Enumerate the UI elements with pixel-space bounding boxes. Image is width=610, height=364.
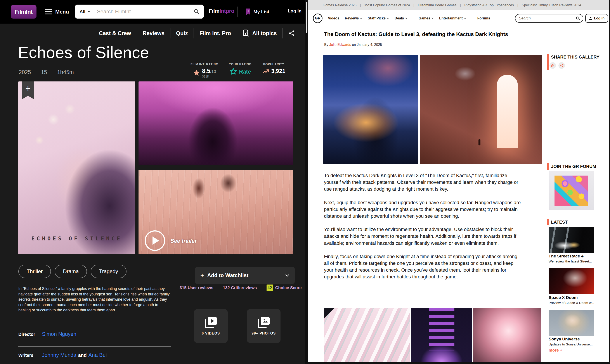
byline-date: on January 4, 2025 xyxy=(352,43,382,47)
still-image-alley[interactable] xyxy=(139,81,293,165)
window-right-edge xyxy=(609,0,610,364)
tab-reviews[interactable]: Reviews xyxy=(137,30,170,37)
menu-button[interactable]: Menu xyxy=(45,6,69,17)
ticker-link[interactable]: Most Popular Games of 2024 xyxy=(357,3,410,7)
gr-search-bar xyxy=(515,14,583,23)
see-trailer-label[interactable]: See trailer xyxy=(171,238,197,244)
movie-certificate[interactable]: 15 xyxy=(41,69,47,75)
nav-games-label: Games xyxy=(419,16,430,20)
my-list-button[interactable]: My List xyxy=(246,7,269,17)
ticker-link[interactable]: Dreamium Board Games xyxy=(410,3,456,7)
tab-cast-crew[interactable]: Cast & Crew xyxy=(93,30,137,37)
photos-button[interactable]: 99+ PHOTOS xyxy=(247,309,280,343)
search-input[interactable] xyxy=(94,9,194,15)
scrollbar-thumb[interactable] xyxy=(306,2,307,33)
article-paragraph: To defeat the Kactus Dark Knights in Lev… xyxy=(324,172,523,193)
gr-login-button[interactable]: Log in xyxy=(585,14,608,23)
poster-image[interactable]: + ECHOES OF SILENCE xyxy=(18,81,135,254)
filmint-rating-value[interactable]: 8.5/10 321K xyxy=(193,68,216,78)
ticker-link[interactable]: Playstation AR Top Experiences xyxy=(456,3,514,7)
accent-bar xyxy=(547,219,549,225)
nav-staff-picks[interactable]: Staff Picks xyxy=(368,16,389,20)
genre-list: Thriller Drama Tragedy xyxy=(18,265,127,278)
latest-thumb-street-race[interactable] xyxy=(549,227,594,253)
link-icon xyxy=(551,64,555,67)
gr-login-label: Log in xyxy=(594,16,605,20)
rate-button[interactable]: Rate xyxy=(229,68,251,76)
author-link[interactable]: Julie Edwards xyxy=(329,43,351,47)
gallery-image-neon-stairs[interactable] xyxy=(411,308,472,362)
gallery-hero-image-arch-door[interactable] xyxy=(420,55,542,164)
writer-link-2[interactable]: Ana Bui xyxy=(89,352,107,358)
latest-thumb-sonya-universe[interactable] xyxy=(549,310,594,336)
videos-button[interactable]: 6 VIDEOS xyxy=(194,309,228,343)
ticker-link[interactable]: Games Release 2025 xyxy=(323,3,357,7)
more-link[interactable]: more + xyxy=(549,348,562,353)
movie-year[interactable]: 2025 xyxy=(19,69,31,75)
caret-down-icon xyxy=(387,17,389,19)
latest-thumb-space-x-doom[interactable] xyxy=(549,268,594,294)
gr-search-input[interactable] xyxy=(515,16,576,21)
movie-meta: 2025 15 1h45m xyxy=(19,69,74,75)
search-scope-dropdown[interactable]: All xyxy=(75,5,94,19)
trailer-thumbnail[interactable]: See trailer xyxy=(139,170,293,254)
share-gallery-title: SHARE THIS GALLERY xyxy=(551,55,599,60)
choice-score[interactable]: 42 Choice Score xyxy=(266,285,302,291)
copy-link-button[interactable] xyxy=(549,62,556,69)
add-to-watchlist-button[interactable]: + Add to Watchlist xyxy=(195,267,295,284)
search-bar: All xyxy=(75,5,204,19)
nav-games[interactable]: Games xyxy=(419,16,434,20)
movie-runtime: 1h45m xyxy=(57,69,74,75)
all-topics-button[interactable]: All topics xyxy=(237,29,282,37)
genre-tragedy[interactable]: Tragedy xyxy=(91,265,126,278)
nav-divider xyxy=(238,7,238,17)
gallery-image-glass-abstract[interactable] xyxy=(324,308,410,362)
tab-quiz[interactable]: Quiz xyxy=(171,30,194,37)
user-reviews-link[interactable]: 315 User reviews xyxy=(180,286,213,290)
nav-reviews[interactable]: Reviews xyxy=(345,16,362,20)
critic-reviews-link[interactable]: 132 Criticreviews xyxy=(223,286,257,290)
choice-score-label: Choice Score xyxy=(275,286,302,290)
writer-link-1[interactable]: Johnny Munda xyxy=(42,352,76,358)
nav-deals[interactable]: Deals xyxy=(395,16,408,20)
filmintpro-logo[interactable]: FilmIntpro xyxy=(209,8,234,14)
forum-promo-image[interactable] xyxy=(549,171,594,210)
add-to-list-ribbon[interactable]: + xyxy=(22,81,34,99)
share-button[interactable] xyxy=(558,62,565,69)
latest-item-title[interactable]: The Street Race 4 xyxy=(549,254,583,259)
gr-logo[interactable]: GR xyxy=(313,13,322,23)
all-topics-label: All topics xyxy=(252,30,277,37)
left-scrollbar[interactable] xyxy=(305,0,308,364)
pro-logo-left: Film xyxy=(209,8,219,14)
gallery-image-pink-glow[interactable] xyxy=(473,308,541,362)
rating-out-of: /10 xyxy=(210,69,216,74)
genre-thriller[interactable]: Thriller xyxy=(18,265,51,278)
nav-forums[interactable]: Forums xyxy=(477,16,490,20)
accent-bar xyxy=(547,54,549,70)
genre-drama[interactable]: Drama xyxy=(55,265,87,278)
movie-title: Echoes of Silence xyxy=(18,43,149,62)
latest-item-title[interactable]: Space X Doom xyxy=(549,295,578,300)
search-icon[interactable] xyxy=(194,9,200,15)
share-icon xyxy=(288,30,295,37)
caret-down-icon xyxy=(360,17,362,19)
search-icon[interactable] xyxy=(576,16,580,21)
latest-item-title[interactable]: Sonya Universe xyxy=(549,337,580,341)
latest-item-blurb: Preview of Space X Doom w... xyxy=(549,301,594,305)
person-icon xyxy=(589,17,592,20)
nav-entertainment[interactable]: Entertainment xyxy=(439,16,466,20)
nav-videos[interactable]: Videos xyxy=(328,16,339,20)
play-button[interactable] xyxy=(145,230,165,251)
chevron-down-icon[interactable] xyxy=(285,274,290,277)
filmint-logo[interactable]: FilmInt xyxy=(11,5,37,19)
director-link[interactable]: Simon Nguyen xyxy=(42,331,76,337)
tab-film-int-pro[interactable]: Film Int. Pro xyxy=(194,30,237,37)
caret-down-icon xyxy=(405,17,408,19)
gallery-hero-image-night-city[interactable] xyxy=(323,55,418,164)
share-gallery-header: SHARE THIS GALLERY xyxy=(551,55,599,60)
writers-label: Writers xyxy=(18,353,42,358)
share-button[interactable] xyxy=(283,30,295,37)
login-button[interactable]: Log In xyxy=(288,8,302,13)
ticker-link[interactable]: Specialist Jimmy Tusan Reviews 2024 xyxy=(514,3,581,7)
writers-row: Writers Johnny Munda and Ana Bui xyxy=(18,352,107,358)
